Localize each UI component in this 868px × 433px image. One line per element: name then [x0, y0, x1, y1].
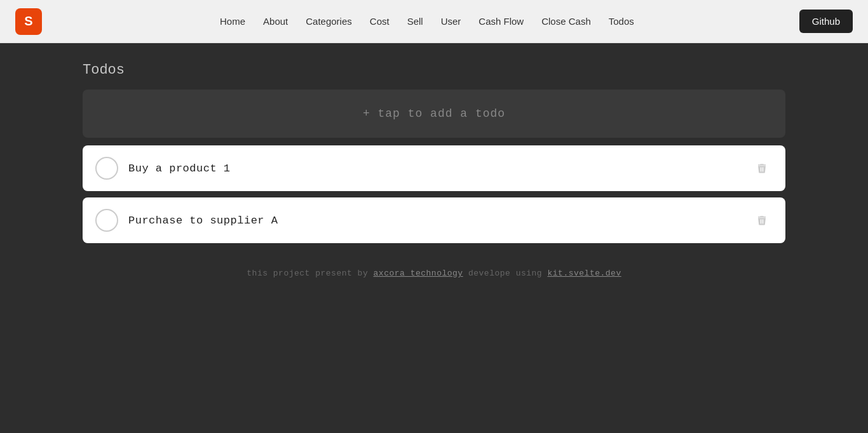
todo-delete-2[interactable] — [751, 212, 773, 229]
github-button[interactable]: Github — [799, 10, 853, 33]
todo-item: Buy a product 1 — [83, 145, 785, 191]
todo-item: Purchase to supplier A — [83, 197, 785, 243]
nav-close-cash[interactable]: Close Cash — [541, 16, 591, 27]
footer: this project present by axcora technolog… — [83, 269, 785, 278]
main-nav: Home About Categories Cost Sell User Cas… — [55, 16, 799, 27]
todo-text-1: Buy a product 1 — [128, 163, 751, 175]
nav-sell[interactable]: Sell — [407, 16, 423, 27]
nav-cost[interactable]: Cost — [370, 16, 390, 27]
footer-link-svelte[interactable]: kit.svelte.dev — [547, 269, 621, 278]
todo-checkbox-2[interactable] — [95, 209, 118, 232]
header: S Home About Categories Cost Sell User C… — [0, 0, 868, 43]
nav-todos[interactable]: Todos — [609, 16, 634, 27]
app-logo[interactable]: S — [15, 8, 42, 35]
trash-icon — [756, 163, 768, 174]
trash-icon — [756, 215, 768, 226]
nav-user[interactable]: User — [441, 16, 461, 27]
todo-delete-1[interactable] — [751, 160, 773, 177]
nav-about[interactable]: About — [263, 16, 288, 27]
main-content: Todos + tap to add a todo Buy a product … — [0, 43, 868, 297]
nav-categories[interactable]: Categories — [306, 16, 352, 27]
todo-text-2: Purchase to supplier A — [128, 215, 751, 227]
todo-checkbox-1[interactable] — [95, 157, 118, 180]
footer-link-axcora[interactable]: axcora technology — [374, 269, 463, 278]
footer-middle: develope using — [463, 269, 548, 278]
nav-home[interactable]: Home — [220, 16, 245, 27]
footer-prefix: this project present by — [247, 269, 373, 278]
nav-cash-flow[interactable]: Cash Flow — [478, 16, 524, 27]
add-todo-button[interactable]: + tap to add a todo — [83, 90, 785, 138]
page-title: Todos — [83, 62, 785, 78]
